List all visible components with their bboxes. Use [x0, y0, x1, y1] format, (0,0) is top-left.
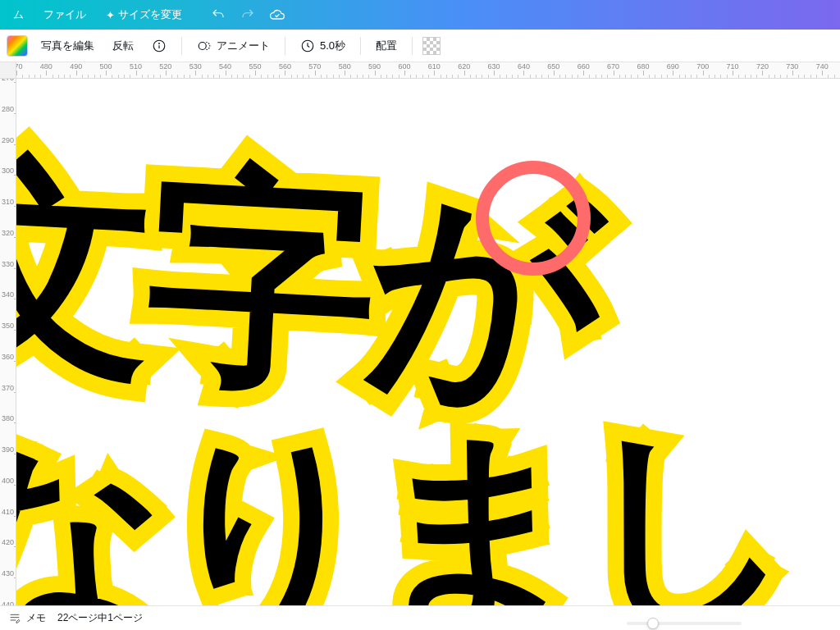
cloud-sync-button[interactable]: [266, 3, 289, 26]
vruler-tick: 420: [2, 538, 14, 555]
canvas-stage[interactable]: 文字が 文字が なりまし なりまし: [16, 79, 840, 605]
hruler-tick: 590: [367, 62, 383, 71]
hruler-tick: 680: [635, 62, 651, 71]
cloud-check-icon: [269, 7, 285, 23]
vruler-tick: 340: [2, 290, 14, 307]
hruler-tick: 470: [16, 62, 25, 71]
notes-icon: [8, 612, 21, 625]
vruler-tick: 400: [2, 477, 14, 493]
toolbar-divider: [181, 37, 182, 55]
vruler-tick: 320: [2, 229, 14, 245]
hruler-tick: 480: [38, 62, 54, 71]
hruler-tick: 720: [754, 62, 770, 71]
hruler-tick: 730: [784, 62, 801, 71]
flip-button[interactable]: 反転: [107, 35, 139, 57]
vruler-tick: 380: [2, 414, 14, 431]
vruler-tick: 430: [2, 569, 14, 586]
resize-menu[interactable]: ✦ サイズを変更: [99, 4, 189, 25]
vruler-tick: 390: [2, 445, 14, 462]
hruler-tick: 600: [396, 62, 413, 71]
hruler-tick: 620: [456, 62, 472, 71]
hruler-tick: 520: [158, 62, 174, 71]
hruler-tick: 640: [515, 62, 532, 71]
svg-point-2: [159, 43, 160, 43]
hruler-tick: 690: [664, 62, 681, 71]
redo-button[interactable]: [236, 3, 259, 26]
edit-photo-label: 写真を編集: [41, 39, 94, 53]
hruler-tick: 700: [695, 62, 711, 71]
animate-icon: [197, 39, 212, 53]
hruler-tick: 670: [605, 62, 622, 71]
transparency-button[interactable]: [422, 37, 441, 55]
ruler-corner: [0, 62, 16, 79]
hruler-tick: 710: [724, 62, 741, 71]
hruler-tick: 610: [426, 62, 442, 71]
redo-icon: [240, 7, 255, 22]
undo-icon: [211, 7, 226, 22]
vertical-ruler[interactable]: 2702802903003103203303403503603703803904…: [0, 79, 16, 605]
file-label: ファイル: [43, 7, 86, 22]
vruler-tick: 360: [2, 353, 14, 369]
hruler-tick: 660: [575, 62, 591, 71]
hruler-tick: 510: [128, 62, 144, 71]
home-label: ム: [13, 7, 24, 22]
page-indicator[interactable]: 22ページ中1ページ: [57, 611, 143, 625]
hruler-tick: 550: [247, 62, 263, 71]
notes-button[interactable]: メモ: [8, 611, 46, 625]
flip-label: 反転: [112, 39, 134, 53]
file-menu[interactable]: ファイル: [37, 4, 93, 25]
position-label: 配置: [376, 39, 397, 53]
annotation-circle: [476, 161, 591, 276]
duration-button[interactable]: 5.0秒: [295, 35, 350, 57]
color-picker-swatch[interactable]: [7, 35, 28, 57]
animate-button[interactable]: アニメート: [192, 35, 275, 57]
home-menu[interactable]: ム: [7, 4, 30, 25]
resize-label: サイズを変更: [118, 7, 182, 22]
vruler-tick: 370: [2, 384, 14, 400]
text-line2[interactable]: なりまし: [16, 380, 793, 605]
context-toolbar: 写真を編集 反転 アニメート 5.0秒 配置: [0, 30, 840, 62]
hruler-tick: 560: [276, 62, 293, 71]
vruler-tick: 270: [2, 79, 14, 90]
top-menubar: ム ファイル ✦ サイズを変更: [0, 0, 840, 30]
zoom-slider[interactable]: [627, 622, 742, 625]
footer-bar: メモ 22ページ中1ページ: [0, 605, 840, 630]
position-button[interactable]: 配置: [371, 35, 402, 57]
duration-label: 5.0秒: [320, 39, 345, 53]
hruler-tick: 530: [187, 62, 203, 71]
vruler-tick: 300: [2, 167, 14, 183]
toolbar-divider: [360, 37, 361, 55]
clock-icon: [300, 39, 315, 53]
toolbar-divider: [412, 37, 413, 55]
zoom-slider-knob[interactable]: [647, 618, 659, 629]
info-button[interactable]: [147, 35, 171, 57]
hruler-tick: 580: [336, 62, 353, 71]
animate-label: アニメート: [217, 39, 270, 53]
vruler-tick: 290: [2, 136, 14, 153]
notes-label: メモ: [26, 611, 46, 625]
vruler-tick: 410: [2, 508, 14, 524]
magic-star-icon: ✦: [106, 9, 115, 21]
hruler-tick: 500: [98, 62, 114, 71]
info-icon: [152, 39, 167, 53]
hruler-tick: 630: [486, 62, 502, 71]
horizontal-ruler[interactable]: 4704804905005105205305405505605705805906…: [16, 62, 840, 79]
hruler-tick: 740: [814, 62, 830, 71]
vruler-tick: 280: [2, 105, 14, 121]
undo-button[interactable]: [207, 3, 230, 26]
edit-photo-button[interactable]: 写真を編集: [36, 35, 99, 57]
hruler-tick: 540: [217, 62, 234, 71]
vruler-tick: 330: [2, 260, 14, 276]
toolbar-divider: [285, 37, 285, 55]
vruler-tick: 350: [2, 322, 14, 338]
hruler-tick: 650: [546, 62, 562, 71]
hruler-tick: 570: [307, 62, 323, 71]
svg-point-3: [199, 42, 206, 49]
hruler-tick: 490: [68, 62, 84, 71]
vruler-tick: 310: [2, 198, 14, 214]
